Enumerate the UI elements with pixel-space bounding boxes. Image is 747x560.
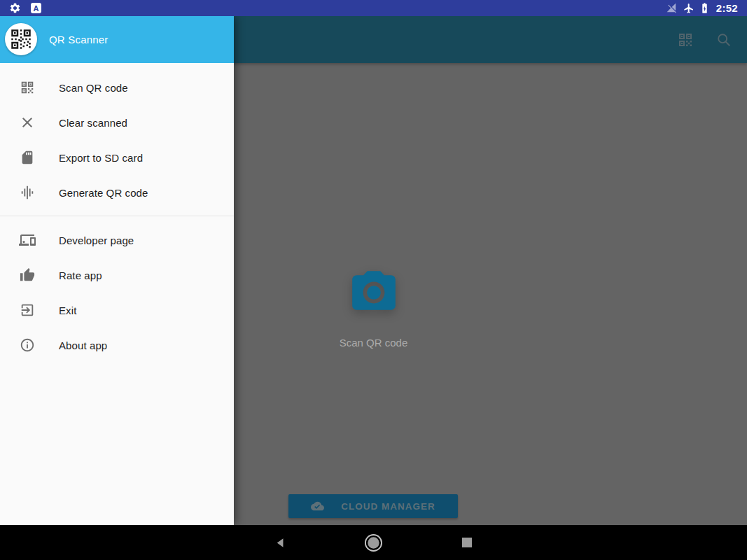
info-icon [19, 337, 36, 354]
drawer-item-label: Developer page [59, 234, 134, 246]
drawer-item-clear-scanned[interactable]: Clear scanned [0, 105, 234, 140]
drawer-divider [0, 216, 234, 216]
drawer-item-label: Export to SD card [59, 152, 143, 164]
cloud-done-icon [311, 500, 324, 512]
thumb-up-icon [19, 267, 36, 284]
drawer-item-rate-app[interactable]: Rate app [0, 258, 234, 293]
navigation-drawer: QR Scanner Scan QR code Clear scanned [0, 16, 234, 525]
drawer-item-label: Generate QR code [59, 187, 148, 199]
drawer-item-label: About app [59, 340, 107, 351]
exit-to-app-icon [19, 302, 36, 318]
scan-qr-label: Scan QR code [340, 337, 408, 349]
drawer-item-generate-qr[interactable]: Generate QR code [0, 175, 234, 210]
app-notification-a-icon: A [31, 3, 41, 13]
battery-charging-icon [701, 2, 708, 14]
drawer-item-label: Clear scanned [59, 117, 127, 129]
search-icon[interactable] [716, 32, 732, 48]
qr-code-action-icon[interactable] [677, 31, 694, 48]
camera-icon[interactable] [347, 267, 400, 318]
drawer-item-export-sd[interactable]: Export to SD card [0, 140, 234, 175]
drawer-item-label: Rate app [59, 270, 102, 281]
qr-code-icon [19, 79, 36, 96]
recents-button[interactable] [454, 525, 480, 560]
drawer-item-about-app[interactable]: About app [0, 328, 234, 363]
cloud-manager-button[interactable]: CLOUD MANAGER [288, 494, 458, 518]
app-logo [5, 23, 37, 55]
drawer-header: QR Scanner [0, 16, 234, 63]
home-button[interactable] [361, 525, 386, 560]
drawer-app-title: QR Scanner [49, 16, 109, 63]
drawer-menu: Scan QR code Clear scanned Export to SD … [0, 63, 234, 525]
sd-card-icon [19, 149, 36, 166]
settings-gear-icon [9, 2, 21, 14]
drawer-item-label: Scan QR code [59, 82, 128, 94]
screen: A 2:52 [0, 0, 747, 560]
status-time: 2:52 [716, 2, 738, 14]
drawer-item-exit[interactable]: Exit [0, 293, 234, 328]
airplane-mode-icon [683, 3, 694, 14]
back-button[interactable] [267, 525, 293, 560]
cloud-manager-label: CLOUD MANAGER [341, 501, 435, 512]
drawer-item-developer-page[interactable]: Developer page [0, 223, 234, 258]
status-bar: A 2:52 [0, 0, 747, 16]
drawer-item-scan-qr-code[interactable]: Scan QR code [0, 70, 234, 105]
no-signal-icon [666, 3, 677, 13]
devices-icon [19, 232, 36, 248]
clear-x-icon [19, 114, 36, 131]
drawer-item-label: Exit [59, 304, 76, 316]
graphic-eq-icon [19, 184, 36, 201]
system-nav-bar [0, 525, 747, 560]
